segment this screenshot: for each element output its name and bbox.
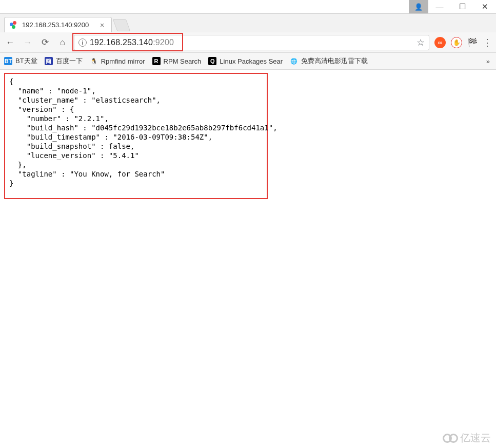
titlebar-spacer xyxy=(0,0,409,13)
bookmark-label: Rpmfind mirror xyxy=(101,57,145,65)
extension-icon-1[interactable]: ∞ xyxy=(434,37,446,48)
bookmark-star-icon[interactable]: ☆ xyxy=(416,37,425,48)
url-text[interactable]: 192.168.253.140:9200 xyxy=(90,38,413,47)
browser-tab[interactable]: 192.168.253.140:9200 × xyxy=(4,17,112,32)
bookmark-item[interactable]: 🌐免费高清电影迅雷下载 xyxy=(290,56,368,66)
bookmark-label: RPM Search xyxy=(164,57,202,65)
forward-arrow-icon: → xyxy=(24,37,32,48)
home-button[interactable]: ⌂ xyxy=(56,36,69,49)
reload-icon: ⟳ xyxy=(42,37,49,48)
bookmarks-bar: BTBT天堂簡百度一下🐧Rpmfind mirrorRRPM SearchQLi… xyxy=(0,53,496,70)
browser-menu-button[interactable]: ⋮ xyxy=(483,41,492,44)
bookmark-item[interactable]: QLinux Packages Sear xyxy=(208,57,283,65)
tab-strip: 192.168.253.140:9200 × xyxy=(0,14,496,32)
window-maximize-button[interactable]: ☐ xyxy=(451,0,473,13)
bookmark-icon: 🐧 xyxy=(90,57,98,65)
forward-button: → xyxy=(22,36,34,49)
window-titlebar: 👤 — ☐ ✕ xyxy=(0,0,496,14)
address-bar[interactable]: i 192.168.253.140:9200 ☆ xyxy=(74,35,429,50)
browser-toolbar: ← → ⟳ ⌂ i 192.168.253.140:9200 ☆ ∞ ✋ 🏁 ⋮ xyxy=(0,32,496,53)
url-port: :9200 xyxy=(153,38,174,47)
bookmark-item[interactable]: BTBT天堂 xyxy=(4,56,37,66)
json-response-text: { "name" : "node-1", "cluster_name" : "e… xyxy=(9,77,263,188)
extension-icon-3[interactable]: 🏁 xyxy=(467,37,478,47)
watermark: 亿速云 xyxy=(443,431,491,445)
window-minimize-button[interactable]: — xyxy=(428,0,451,13)
tab-title: 192.168.253.140:9200 xyxy=(22,21,94,29)
bookmark-icon: 🌐 xyxy=(290,57,298,65)
tab-favicon xyxy=(10,21,18,29)
site-info-icon[interactable]: i xyxy=(78,38,87,47)
extension-icon-2[interactable]: ✋ xyxy=(451,37,462,48)
bookmark-icon: R xyxy=(152,57,161,65)
back-arrow-icon: ← xyxy=(6,37,15,48)
new-tab-button[interactable] xyxy=(113,19,131,31)
tab-close-button[interactable]: × xyxy=(98,21,106,29)
bookmark-icon: BT xyxy=(4,57,12,65)
bookmark-item[interactable]: 簡百度一下 xyxy=(45,56,83,66)
user-icon[interactable]: 👤 xyxy=(409,0,428,13)
window-close-button[interactable]: ✕ xyxy=(473,0,496,13)
bookmark-item[interactable]: 🐧Rpmfind mirror xyxy=(90,57,145,65)
watermark-text: 亿速云 xyxy=(460,431,491,445)
watermark-circle-icon xyxy=(449,434,458,443)
bookmark-item[interactable]: RRPM Search xyxy=(152,57,202,65)
bookmark-icon: Q xyxy=(208,57,216,65)
bookmark-label: BT天堂 xyxy=(15,56,37,66)
back-button[interactable]: ← xyxy=(4,36,16,49)
bookmark-label: 免费高清电影迅雷下载 xyxy=(301,56,368,66)
home-icon: ⌂ xyxy=(60,37,65,48)
bookmark-label: 百度一下 xyxy=(56,56,83,66)
reload-button[interactable]: ⟳ xyxy=(39,36,51,49)
page-content: { "name" : "node-1", "cluster_name" : "e… xyxy=(0,70,496,448)
bookmark-icon: 簡 xyxy=(45,57,53,65)
json-response-highlight: { "name" : "node-1", "cluster_name" : "e… xyxy=(4,73,268,199)
bookmark-label: Linux Packages Sear xyxy=(220,57,283,65)
url-host: 192.168.253.140 xyxy=(90,38,153,47)
chevron-right-icon: » xyxy=(486,57,490,65)
bookmarks-overflow-button[interactable]: » xyxy=(484,57,492,65)
